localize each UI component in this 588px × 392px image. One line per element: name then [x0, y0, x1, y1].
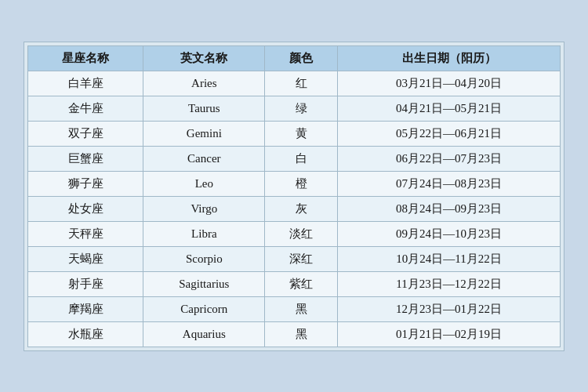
cell-10-3: 01月21日—02月19日	[338, 321, 561, 347]
cell-2-0: 双子座	[28, 121, 143, 146]
cell-9-0: 摩羯座	[28, 296, 143, 321]
cell-1-3: 04月21日—05月21日	[338, 96, 561, 121]
cell-3-1: Cancer	[143, 146, 265, 171]
cell-6-0: 天秤座	[28, 221, 143, 246]
header-english-name: 英文名称	[143, 45, 265, 71]
header-chinese-name: 星座名称	[28, 45, 143, 71]
zodiac-table-container: 星座名称 英文名称 颜色 出生日期（阳历） 白羊座Aries红03月21日—04…	[24, 42, 564, 351]
cell-6-1: Libra	[143, 221, 265, 246]
cell-2-2: 黄	[265, 121, 338, 146]
cell-7-1: Scorpio	[143, 246, 265, 271]
cell-10-1: Aquarius	[143, 321, 265, 347]
cell-1-1: Taurus	[143, 96, 265, 121]
cell-1-2: 绿	[265, 96, 338, 121]
cell-6-2: 淡红	[265, 221, 338, 246]
zodiac-table: 星座名称 英文名称 颜色 出生日期（阳历） 白羊座Aries红03月21日—04…	[27, 45, 561, 347]
cell-4-3: 07月24日—08月23日	[338, 171, 561, 196]
cell-4-1: Leo	[143, 171, 265, 196]
table-row: 狮子座Leo橙07月24日—08月23日	[28, 171, 561, 196]
table-row: 白羊座Aries红03月21日—04月20日	[28, 71, 561, 96]
cell-10-0: 水瓶座	[28, 321, 143, 347]
cell-1-0: 金牛座	[28, 96, 143, 121]
table-body: 白羊座Aries红03月21日—04月20日金牛座Taurus绿04月21日—0…	[28, 71, 561, 347]
cell-2-3: 05月22日—06月21日	[338, 121, 561, 146]
cell-9-2: 黑	[265, 296, 338, 321]
table-row: 摩羯座Capricorn黑12月23日—01月22日	[28, 296, 561, 321]
cell-3-3: 06月22日—07月23日	[338, 146, 561, 171]
cell-8-2: 紫红	[265, 271, 338, 296]
cell-4-2: 橙	[265, 171, 338, 196]
cell-6-3: 09月24日—10月23日	[338, 221, 561, 246]
table-row: 巨蟹座Cancer白06月22日—07月23日	[28, 146, 561, 171]
header-color: 颜色	[265, 45, 338, 71]
table-row: 天蝎座Scorpio深红10月24日—11月22日	[28, 246, 561, 271]
table-header-row: 星座名称 英文名称 颜色 出生日期（阳历）	[28, 45, 561, 71]
cell-4-0: 狮子座	[28, 171, 143, 196]
cell-2-1: Gemini	[143, 121, 265, 146]
cell-0-2: 红	[265, 71, 338, 96]
table-row: 双子座Gemini黄05月22日—06月21日	[28, 121, 561, 146]
cell-9-3: 12月23日—01月22日	[338, 296, 561, 321]
cell-5-2: 灰	[265, 196, 338, 221]
cell-10-2: 黑	[265, 321, 338, 347]
cell-8-3: 11月23日—12月22日	[338, 271, 561, 296]
cell-8-1: Sagittarius	[143, 271, 265, 296]
cell-7-0: 天蝎座	[28, 246, 143, 271]
cell-5-3: 08月24日—09月23日	[338, 196, 561, 221]
cell-3-0: 巨蟹座	[28, 146, 143, 171]
cell-3-2: 白	[265, 146, 338, 171]
cell-5-0: 处女座	[28, 196, 143, 221]
table-row: 射手座Sagittarius紫红11月23日—12月22日	[28, 271, 561, 296]
table-row: 天秤座Libra淡红09月24日—10月23日	[28, 221, 561, 246]
cell-8-0: 射手座	[28, 271, 143, 296]
cell-0-0: 白羊座	[28, 71, 143, 96]
table-row: 金牛座Taurus绿04月21日—05月21日	[28, 96, 561, 121]
cell-7-3: 10月24日—11月22日	[338, 246, 561, 271]
cell-7-2: 深红	[265, 246, 338, 271]
cell-5-1: Virgo	[143, 196, 265, 221]
table-row: 水瓶座Aquarius黑01月21日—02月19日	[28, 321, 561, 347]
cell-0-1: Aries	[143, 71, 265, 96]
cell-0-3: 03月21日—04月20日	[338, 71, 561, 96]
cell-9-1: Capricorn	[143, 296, 265, 321]
table-row: 处女座Virgo灰08月24日—09月23日	[28, 196, 561, 221]
header-dates: 出生日期（阳历）	[338, 45, 561, 71]
